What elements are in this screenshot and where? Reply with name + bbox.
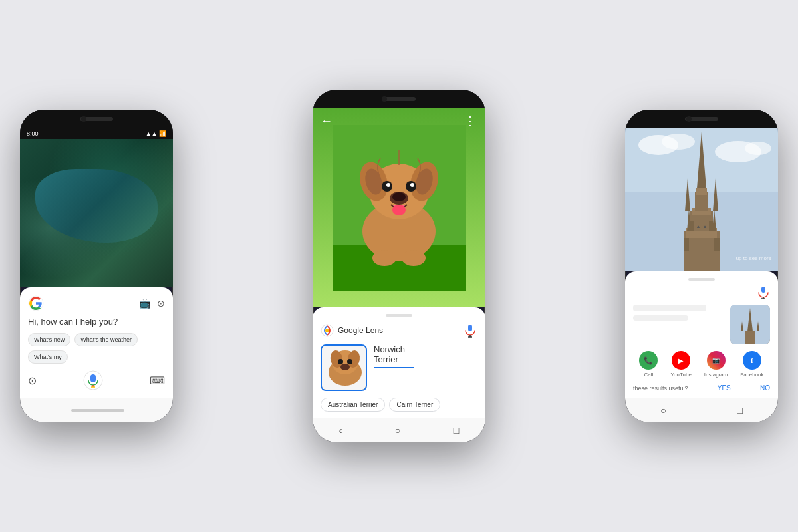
facebook-icon: f <box>743 351 761 370</box>
mic-icon-right[interactable] <box>757 286 770 299</box>
youtube-label: YouTube <box>670 372 691 378</box>
monument-illustration <box>625 128 778 271</box>
phone-left-notch <box>20 110 173 128</box>
assistant-tv-icon[interactable]: 📺 <box>139 298 150 309</box>
assistant-icons-right: 📺 ⊙ <box>139 298 165 309</box>
svg-point-40 <box>745 142 771 155</box>
svg-point-19 <box>392 205 406 215</box>
social-youtube[interactable]: ▶ YouTube <box>670 351 691 378</box>
svg-point-21 <box>402 250 426 266</box>
dog-illustration <box>332 125 466 291</box>
monument-top-row <box>633 286 770 299</box>
svg-point-20 <box>372 250 396 266</box>
suggestion-chip-1[interactable]: What's new <box>28 333 70 346</box>
svg-rect-54 <box>690 221 694 231</box>
nav-home-center[interactable]: ○ <box>395 425 400 436</box>
assistant-panel: 📺 ⊙ Hi, how can I help you? What's new W… <box>20 287 173 398</box>
camera <box>81 116 86 122</box>
useful-text: these results useful? <box>633 385 688 392</box>
lens-thumbnail <box>321 344 367 391</box>
useful-row: these results useful? YES NO <box>633 384 770 392</box>
camera-center <box>382 96 387 102</box>
google-g-icon <box>28 295 44 311</box>
svg-rect-46 <box>696 188 707 195</box>
screen-right: up to see more <box>625 128 778 398</box>
phones-container: 8:00 ▲▲ 📶 Swipe up to see more <box>0 0 798 532</box>
yes-button[interactable]: YES <box>718 384 731 392</box>
svg-point-34 <box>340 364 350 370</box>
dog-photo-area: ← ⋮ <box>313 108 485 307</box>
status-signal: ▲▲ 📶 <box>146 130 166 137</box>
dog-image-area <box>313 108 485 307</box>
svg-point-33 <box>347 359 352 364</box>
social-instagram[interactable]: 📷 Instagram <box>704 351 728 378</box>
alt-chips-row: Australian Terrier Cairn Terrier <box>321 398 477 412</box>
social-facebook[interactable]: f Facebook <box>740 351 763 378</box>
camera-right <box>686 116 692 122</box>
lens-result-row: NorwichTerrier <box>321 344 477 391</box>
status-bar-left: 8:00 ▲▲ 📶 <box>20 128 173 139</box>
nav-back-left[interactable]: ‹ <box>20 405 23 416</box>
bottom-nav-left: ‹ <box>20 398 173 422</box>
call-icon: 📞 <box>639 351 658 370</box>
keyboard-icon[interactable]: ⌨ <box>150 374 165 387</box>
assistant-settings-icon[interactable]: ⊙ <box>157 298 165 309</box>
screen-center: ← ⋮ <box>313 108 485 418</box>
svg-point-32 <box>338 359 343 364</box>
monument-photo: up to see more <box>625 128 778 271</box>
mic-icon-center[interactable] <box>463 323 477 338</box>
alt-chip-2[interactable]: Cairn Terrier <box>389 398 440 412</box>
swipe-text-right: up to see more <box>736 255 771 261</box>
nav-recents-center[interactable]: □ <box>454 425 459 436</box>
lens-logo-icon <box>321 324 334 337</box>
bottom-nav-center: ‹ ○ □ <box>313 418 485 442</box>
nav-home-right[interactable]: ○ <box>660 405 666 416</box>
svg-rect-56 <box>761 287 765 293</box>
suggestion-chip-2[interactable]: What's the weather <box>74 333 138 346</box>
no-button[interactable]: NO <box>760 384 770 392</box>
alt-chip-1[interactable]: Australian Terrier <box>321 398 385 412</box>
lens-panel: Google Lens <box>313 307 485 418</box>
suggestions-row: What's new What's the weather What's my <box>28 333 165 364</box>
mic-icon-left[interactable] <box>83 370 103 390</box>
more-button-center[interactable]: ⋮ <box>464 114 477 128</box>
monument-text-col <box>633 305 725 344</box>
back-button-center[interactable]: ← <box>321 114 332 128</box>
instagram-label: Instagram <box>704 372 728 378</box>
phone-right: up to see more <box>625 110 778 422</box>
svg-point-16 <box>410 183 414 187</box>
assistant-top-row: 📺 ⊙ <box>28 295 165 311</box>
svg-point-15 <box>386 183 390 187</box>
lens-header: ← ⋮ <box>313 114 485 128</box>
lens-logo-text: Google Lens <box>338 326 383 335</box>
svg-rect-53 <box>714 238 720 251</box>
lens-logo-row: Google Lens <box>321 323 477 338</box>
speaker-center <box>382 97 416 101</box>
svg-rect-2 <box>90 374 96 382</box>
bottom-nav-right: ○ □ <box>625 398 778 422</box>
svg-point-38 <box>662 134 695 150</box>
panel-handle-right <box>688 278 715 281</box>
phone-left: 8:00 ▲▲ 📶 Swipe up to see more <box>20 110 173 422</box>
call-label: Call <box>644 372 654 378</box>
monument-thumbnail <box>730 305 770 344</box>
monument-title <box>633 305 706 311</box>
lens-icon[interactable]: ⊙ <box>28 374 37 387</box>
facebook-label: Facebook <box>740 372 763 378</box>
lens-result-name: NorwichTerrier <box>374 344 414 364</box>
youtube-icon: ▶ <box>672 351 690 370</box>
phone-right-notch <box>625 110 778 128</box>
nav-recents-right[interactable]: □ <box>737 405 742 416</box>
suggestion-chip-3[interactable]: What's my <box>28 350 68 364</box>
social-call[interactable]: 📞 Call <box>639 351 658 378</box>
instagram-icon: 📷 <box>707 351 726 370</box>
monument-panel: 📞 Call ▶ YouTube 📷 <box>625 271 778 398</box>
monument-content-row <box>633 305 770 344</box>
svg-rect-24 <box>468 325 472 331</box>
svg-point-18 <box>392 192 406 201</box>
nav-back-center[interactable]: ‹ <box>339 425 342 436</box>
social-row: 📞 Call ▶ YouTube 📷 <box>633 351 770 378</box>
panel-handle-center <box>386 314 412 317</box>
bottom-handle-left <box>71 409 124 412</box>
svg-rect-55 <box>709 221 713 231</box>
